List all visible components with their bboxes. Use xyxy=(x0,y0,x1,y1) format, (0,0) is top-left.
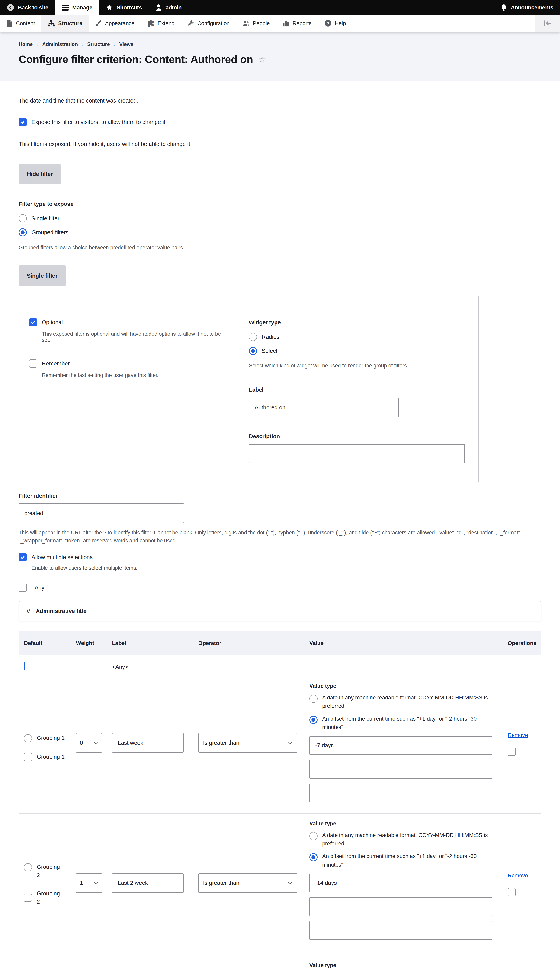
any-checkbox[interactable] xyxy=(19,583,27,592)
operator-select-grouping-1[interactable]: Is greater than xyxy=(198,733,297,752)
value-input-1-grouping-2[interactable] xyxy=(309,874,492,892)
label-input-grouping-2[interactable] xyxy=(112,873,183,893)
value-type-offset-row[interactable]: An offset from the current time such as … xyxy=(309,715,502,732)
collapse-left-icon xyxy=(543,20,552,27)
default-any-radio[interactable] xyxy=(24,662,25,670)
menubar-item-configuration[interactable]: Configuration xyxy=(181,15,236,32)
widget-select-row[interactable]: Select xyxy=(249,347,465,355)
any-label: - Any - xyxy=(32,585,48,591)
value-input-3-grouping-1[interactable] xyxy=(309,784,492,802)
menubar-item-content[interactable]: Content xyxy=(0,15,42,32)
weight-select-grouping-2[interactable]: 1 xyxy=(76,873,102,893)
back-to-site-button[interactable]: Back to site xyxy=(0,0,55,15)
shortcuts-label: Shortcuts xyxy=(117,5,142,11)
tab-manage[interactable]: Manage xyxy=(55,0,99,15)
value-type-date-radio[interactable] xyxy=(309,694,318,703)
operations-checkbox-grouping-2[interactable] xyxy=(508,888,516,896)
value-input-2-grouping-1[interactable] xyxy=(309,760,492,779)
value-input-1-grouping-1[interactable] xyxy=(309,736,492,755)
user-menu[interactable]: admin xyxy=(148,0,188,15)
menubar-item-extend[interactable]: Extend xyxy=(141,15,181,32)
hide-filter-button[interactable]: Hide filter xyxy=(19,164,61,184)
page-title: Configure filter criterion: Content: Aut… xyxy=(19,53,541,65)
breadcrumb-structure[interactable]: Structure xyxy=(87,41,110,47)
manage-label: Manage xyxy=(72,5,92,11)
value-type-label: Value type xyxy=(309,962,502,968)
label-input-grouping-1[interactable] xyxy=(112,733,183,752)
label-field-input[interactable] xyxy=(249,398,398,417)
default-radio-row[interactable]: Grouping 1 xyxy=(24,734,71,742)
value-type-date-radio[interactable] xyxy=(309,832,318,840)
operations-checkbox-grouping-1[interactable] xyxy=(508,748,516,756)
value-input-3-grouping-2[interactable] xyxy=(309,921,492,940)
menubar-item-people[interactable]: People xyxy=(236,15,276,32)
default-radio-grouping-2[interactable] xyxy=(24,863,32,871)
optional-help: This exposed filter is optional and will… xyxy=(42,331,227,343)
value-type-date-row[interactable]: A date in any machine readable format. C… xyxy=(309,693,502,710)
menubar-item-reports[interactable]: Reports xyxy=(276,15,318,32)
grouped-filters-radio-row[interactable]: Grouped filters xyxy=(19,228,541,236)
operator-select-grouping-2[interactable]: Is greater than xyxy=(198,873,297,893)
single-filter-radio-row[interactable]: Single filter xyxy=(19,214,541,222)
value-type-label: Value type xyxy=(309,683,502,689)
breadcrumb-home[interactable]: Home xyxy=(19,41,33,47)
remove-link-grouping-1[interactable]: Remove xyxy=(508,732,528,738)
value-type-date-row[interactable]: A date in any machine readable format. C… xyxy=(309,831,502,848)
table-header-row: Default Weight Label Operator Value Oper… xyxy=(19,631,541,655)
breadcrumb-views[interactable]: Views xyxy=(119,41,133,47)
widget-type-help: Select which kind of widget will be used… xyxy=(249,363,465,369)
document-icon xyxy=(6,20,13,27)
toolbar-collapse-button[interactable] xyxy=(535,15,560,32)
value-type-offset-radio[interactable] xyxy=(309,853,318,861)
filter-identifier-input[interactable] xyxy=(19,503,184,523)
allow-multiple-checkbox-row[interactable]: Allow multiple selections xyxy=(19,553,541,561)
remove-check-row[interactable]: Grouping 1 xyxy=(24,752,71,761)
back-icon xyxy=(7,4,14,12)
favorite-star-icon[interactable]: ☆ xyxy=(258,54,266,65)
expose-filter-checkbox[interactable] xyxy=(19,118,27,126)
chevron-down-icon: ∨ xyxy=(26,607,31,615)
single-filter-button[interactable]: Single filter xyxy=(19,266,66,286)
single-filter-radio[interactable] xyxy=(19,214,27,222)
breadcrumb-administration[interactable]: Administration xyxy=(42,41,78,47)
star-icon xyxy=(106,4,113,11)
widget-radios-radio[interactable] xyxy=(249,333,257,341)
menubar-item-structure[interactable]: Structure xyxy=(42,15,89,32)
menubar-item-appearance[interactable]: Appearance xyxy=(89,15,141,32)
optional-checkbox[interactable] xyxy=(29,318,37,326)
any-checkbox-row[interactable]: - Any - xyxy=(19,583,541,592)
remember-help: Remember the last setting the user gave … xyxy=(42,372,227,378)
back-to-site-label: Back to site xyxy=(18,5,48,11)
weight-select-grouping-1[interactable]: 0 xyxy=(76,733,102,752)
default-radio-grouping-1[interactable] xyxy=(24,734,32,742)
remember-checkbox-row[interactable]: Remember xyxy=(29,359,227,368)
grouping-1-checkbox[interactable] xyxy=(24,753,32,761)
remember-checkbox[interactable] xyxy=(29,359,37,368)
question-circle-icon: ? xyxy=(324,20,332,27)
widget-radios-label: Radios xyxy=(262,334,279,340)
grouping-2-checkbox[interactable] xyxy=(24,894,32,902)
optional-checkbox-row[interactable]: Optional xyxy=(29,318,227,326)
value-type-offset-radio[interactable] xyxy=(309,716,318,724)
widget-select-radio[interactable] xyxy=(249,347,257,355)
remove-link-grouping-2[interactable]: Remove xyxy=(508,873,528,879)
single-filter-label: Single filter xyxy=(32,215,59,222)
value-type-offset-row[interactable]: An offset from the current time such as … xyxy=(309,852,502,869)
announcements-button[interactable]: Announcements xyxy=(494,0,560,15)
administrative-title-accordion[interactable]: ∨ Administrative title xyxy=(19,601,541,621)
topbar-spacer xyxy=(188,0,494,15)
menubar-spacer xyxy=(352,15,535,32)
optional-label: Optional xyxy=(42,319,63,326)
allow-multiple-checkbox[interactable] xyxy=(19,553,27,561)
tab-shortcuts[interactable]: Shortcuts xyxy=(99,0,148,15)
default-radio-row[interactable]: Grouping 2 xyxy=(24,863,71,879)
widget-radios-row[interactable]: Radios xyxy=(249,333,465,341)
menubar-item-help[interactable]: ? Help xyxy=(318,15,353,32)
grouped-filters-radio[interactable] xyxy=(19,228,27,236)
description-field-input[interactable] xyxy=(249,444,465,463)
value-input-2-grouping-2[interactable] xyxy=(309,897,492,916)
filter-identifier-help: This will appear in the URL after the ? … xyxy=(19,529,541,545)
expose-filter-checkbox-row[interactable]: Expose this filter to visitors, to allow… xyxy=(19,118,541,126)
remove-check-row[interactable]: Grouping 2 xyxy=(24,889,71,906)
exposed-options-right: Widget type Radios Select Select which k… xyxy=(239,296,478,481)
